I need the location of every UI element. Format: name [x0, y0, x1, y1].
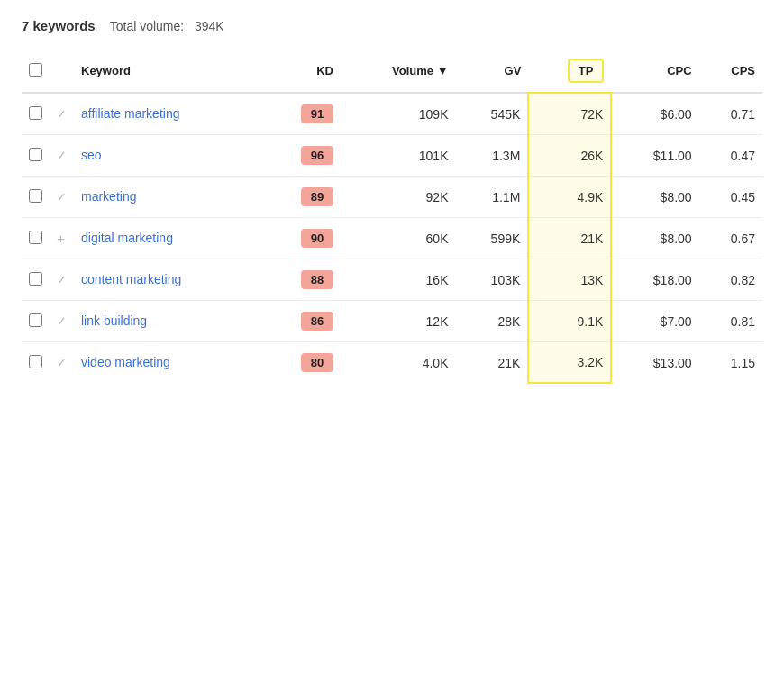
- row-volume-cell: 60K: [341, 218, 456, 259]
- row-cpc-cell: $8.00: [611, 177, 698, 218]
- row-kd-cell: 80: [264, 342, 341, 384]
- table-header-row: Keyword KD Volume ▼ GV TP CPC CPS: [22, 50, 762, 93]
- check-icon: ✓: [57, 107, 67, 121]
- row-checkbox-cell: [22, 218, 50, 259]
- row-volume-cell: 109K: [341, 93, 456, 135]
- row-volume-cell: 92K: [341, 177, 456, 218]
- row-checkbox[interactable]: [29, 272, 42, 286]
- row-gv-cell: 28K: [456, 301, 529, 342]
- row-keyword-cell: content marketing: [74, 259, 264, 301]
- kd-badge: 86: [301, 312, 333, 331]
- header-cps: CPS: [699, 50, 762, 93]
- row-cps-cell: 0.45: [699, 177, 762, 218]
- row-checkbox-cell: [22, 301, 50, 342]
- row-tp-cell: 72K: [528, 93, 611, 135]
- total-volume: Total volume: 394K: [110, 19, 224, 33]
- header-cpc: CPC: [611, 50, 698, 93]
- row-tp-cell: 26K: [528, 135, 611, 177]
- row-icon-cell: ✓: [50, 177, 74, 218]
- row-volume-cell: 4.0K: [341, 342, 456, 384]
- row-cps-cell: 1.15: [699, 342, 762, 384]
- row-checkbox[interactable]: [29, 313, 42, 327]
- tp-highlight-header: TP: [568, 59, 605, 83]
- row-volume-cell: 12K: [341, 301, 456, 342]
- row-cps-cell: 0.71: [699, 93, 762, 135]
- row-icon-cell: ✓: [50, 135, 74, 177]
- row-keyword-cell: affiliate marketing: [74, 93, 264, 135]
- row-tp-cell: 9.1K: [528, 301, 611, 342]
- table-row: ✓video marketing804.0K21K3.2K$13.001.15: [22, 342, 762, 384]
- row-checkbox[interactable]: [29, 231, 42, 244]
- keywords-count: 7 keywords: [22, 18, 96, 33]
- row-keyword-cell: video marketing: [74, 342, 264, 384]
- row-tp-cell: 4.9K: [528, 177, 611, 218]
- row-kd-cell: 89: [264, 177, 341, 218]
- row-checkbox[interactable]: [29, 106, 42, 120]
- row-icon-cell: ✓: [50, 301, 74, 342]
- row-checkbox-cell: [22, 177, 50, 218]
- row-cps-cell: 0.81: [699, 301, 762, 342]
- row-keyword-cell: link building: [74, 301, 264, 342]
- row-tp-cell: 13K: [528, 259, 611, 301]
- keyword-link[interactable]: content marketing: [81, 272, 181, 286]
- header-volume[interactable]: Volume ▼: [341, 50, 456, 93]
- table-row: ✓seo96101K1.3M26K$11.000.47: [22, 135, 762, 177]
- check-icon: ✓: [57, 314, 67, 328]
- row-icon-cell: ✓: [50, 342, 74, 384]
- header-keyword: Keyword: [74, 50, 264, 93]
- row-checkbox-cell: [22, 259, 50, 301]
- kd-badge: 80: [301, 353, 333, 372]
- check-icon: ✓: [57, 273, 67, 286]
- total-volume-value: 394K: [195, 19, 224, 33]
- row-kd-cell: 96: [264, 135, 341, 177]
- keyword-link[interactable]: video marketing: [81, 355, 170, 369]
- keywords-table: Keyword KD Volume ▼ GV TP CPC CPS: [22, 50, 762, 384]
- keyword-link[interactable]: link building: [81, 313, 147, 328]
- row-kd-cell: 88: [264, 259, 341, 301]
- total-volume-label: Total volume:: [110, 19, 184, 33]
- row-volume-cell: 16K: [341, 259, 456, 301]
- table-row: +digital marketing9060K599K21K$8.000.67: [22, 218, 762, 259]
- row-checkbox[interactable]: [29, 148, 42, 161]
- kd-badge: 88: [301, 270, 333, 289]
- row-gv-cell: 21K: [456, 342, 529, 384]
- table-row: ✓affiliate marketing91109K545K72K$6.000.…: [22, 93, 762, 135]
- keyword-link[interactable]: affiliate marketing: [81, 106, 179, 121]
- row-keyword-cell: seo: [74, 135, 264, 177]
- check-icon: ✓: [57, 356, 67, 369]
- row-cps-cell: 0.47: [699, 135, 762, 177]
- table-header: 7 keywords Total volume: 394K: [22, 18, 762, 33]
- row-volume-cell: 101K: [341, 135, 456, 177]
- check-icon: ✓: [57, 190, 67, 204]
- header-checkbox[interactable]: [22, 50, 50, 93]
- row-gv-cell: 545K: [456, 93, 529, 135]
- row-checkbox-cell: [22, 93, 50, 135]
- row-checkbox[interactable]: [29, 189, 42, 203]
- row-keyword-cell: marketing: [74, 177, 264, 218]
- header-kd: KD: [264, 50, 341, 93]
- keyword-link[interactable]: digital marketing: [81, 231, 173, 245]
- select-all-checkbox[interactable]: [29, 63, 42, 77]
- row-icon-cell: ✓: [50, 259, 74, 301]
- kd-badge: 96: [301, 146, 333, 165]
- row-kd-cell: 91: [264, 93, 341, 135]
- row-checkbox[interactable]: [29, 355, 42, 368]
- header-gv: GV: [456, 50, 529, 93]
- row-cpc-cell: $13.00: [611, 342, 698, 384]
- row-gv-cell: 599K: [456, 218, 529, 259]
- kd-badge: 91: [301, 104, 333, 123]
- row-checkbox-cell: [22, 342, 50, 384]
- header-tp: TP: [528, 50, 611, 93]
- row-cpc-cell: $18.00: [611, 259, 698, 301]
- table-row: ✓marketing8992K1.1M4.9K$8.000.45: [22, 177, 762, 218]
- keyword-link[interactable]: marketing: [81, 189, 136, 204]
- row-cps-cell: 0.82: [699, 259, 762, 301]
- row-cpc-cell: $8.00: [611, 218, 698, 259]
- keyword-link[interactable]: seo: [81, 148, 102, 162]
- row-kd-cell: 86: [264, 301, 341, 342]
- check-icon: ✓: [57, 149, 67, 162]
- row-cpc-cell: $7.00: [611, 301, 698, 342]
- row-cpc-cell: $6.00: [611, 93, 698, 135]
- kd-badge: 89: [301, 187, 333, 206]
- row-tp-cell: 3.2K: [528, 342, 611, 384]
